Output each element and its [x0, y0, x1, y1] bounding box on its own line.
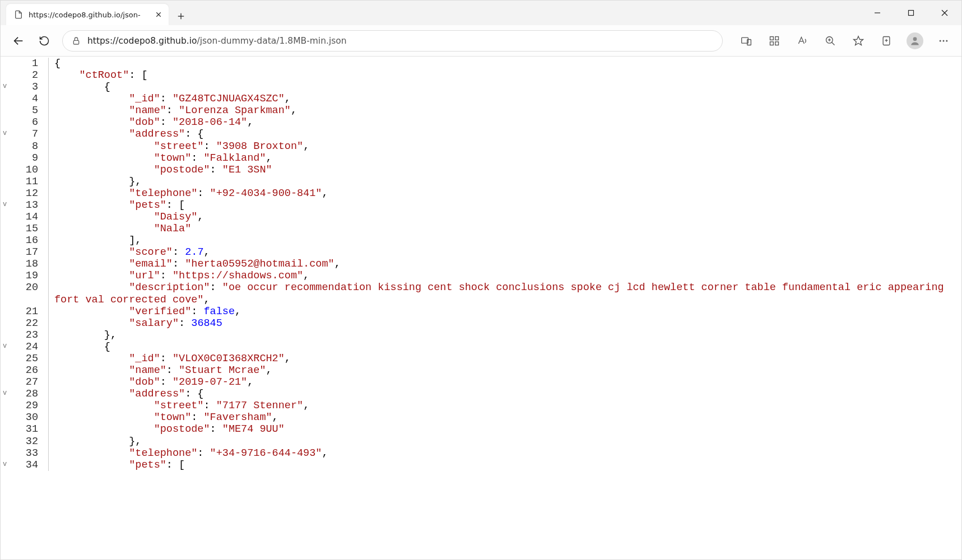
code-line: 23 }, [1, 329, 961, 341]
refresh-button[interactable] [36, 33, 52, 49]
url-host: https://codepo8.github.io [87, 36, 197, 46]
minimize-button[interactable] [861, 1, 894, 25]
line-number: 34 [1, 459, 49, 471]
line-number: 27 [1, 376, 49, 388]
code-line: 32 }, [1, 436, 961, 447]
line-content: "dob": "2018-06-14", [49, 116, 961, 128]
line-number: 28 [1, 388, 49, 400]
line-number: 23 [1, 329, 49, 341]
line-content: "town": "Faversham", [49, 412, 961, 423]
code-line: 4 "_id": "GZ48TCJNUAGX4SZC", [1, 93, 961, 105]
line-content: "score": 2.7, [49, 246, 961, 258]
code-line: 24 { [1, 341, 961, 353]
line-content: "telephone": "+92-4034-900-841", [49, 188, 961, 199]
svg-point-28 [946, 40, 947, 41]
line-number: 32 [1, 436, 49, 447]
line-content: "Daisy", [49, 211, 961, 223]
line-content: }, [49, 176, 961, 188]
apps-icon[interactable] [766, 33, 782, 49]
code-line: 8 "street": "3908 Broxton", [1, 141, 961, 152]
line-number: 10 [1, 164, 49, 176]
close-window-button[interactable] [928, 1, 961, 25]
code-line: 13 "pets": [ [1, 199, 961, 211]
close-tab-button[interactable] [154, 10, 163, 19]
svg-rect-11 [747, 39, 751, 45]
code-line: 26 "name": "Stuart Mcrae", [1, 365, 961, 376]
svg-rect-9 [73, 40, 78, 44]
back-button[interactable] [11, 33, 26, 49]
line-content: "postode": "E1 3SN" [49, 164, 961, 176]
favorites-icon[interactable] [851, 33, 866, 49]
url-path: /json-dummy-data/1.8MB-min.json [197, 36, 346, 46]
more-menu-button[interactable] [936, 33, 951, 49]
line-content: "name": "Stuart Mcrae", [49, 365, 961, 376]
code-scroll[interactable]: 1{2 "ctRoot": [3 {4 "_id": "GZ48TCJNUAGX… [1, 57, 961, 559]
line-number: 2 [1, 69, 49, 81]
code-line: 6 "dob": "2018-06-14", [1, 116, 961, 128]
toolbar-right-icons [738, 32, 951, 49]
line-number: 30 [1, 412, 49, 423]
line-content: "address": { [49, 128, 961, 140]
line-number: 24 [1, 341, 49, 353]
code-line: 1{ [1, 58, 961, 69]
line-number: 20 [1, 282, 49, 305]
new-tab-button[interactable] [172, 7, 190, 25]
code-line: 3 { [1, 81, 961, 93]
line-content: "dob": "2019-07-21", [49, 376, 961, 388]
code-line: 9 "town": "Falkland", [1, 152, 961, 164]
collections-icon[interactable] [879, 33, 894, 49]
code-line: 2 "ctRoot": [ [1, 69, 961, 81]
line-content: "telephone": "+34-9716-644-493", [49, 447, 961, 459]
code-line: 14 "Daisy", [1, 211, 961, 223]
line-content: }, [49, 436, 961, 447]
line-content: "verified": false, [49, 306, 961, 318]
toolbar: https://codepo8.github.io/json-dummy-dat… [1, 25, 961, 57]
code-line: 34 "pets": [ [1, 459, 961, 471]
line-content: "email": "herta05952@hotmail.com", [49, 258, 961, 270]
document-icon [14, 10, 23, 19]
line-number: 22 [1, 318, 49, 329]
line-content: "name": "Lorenza Sparkman", [49, 105, 961, 116]
svg-point-26 [940, 40, 941, 41]
json-viewer: vvvvvv 1{2 "ctRoot": [3 {4 "_id": "GZ48T… [1, 57, 961, 559]
responsive-icon[interactable] [738, 33, 754, 49]
code-line: 31 "postode": "ME74 9UU" [1, 423, 961, 435]
zoom-icon[interactable] [822, 33, 838, 49]
line-content: "town": "Falkland", [49, 152, 961, 164]
line-content: ], [49, 235, 961, 246]
line-number: 31 [1, 423, 49, 435]
svg-rect-13 [775, 36, 779, 40]
line-content: "url": "https://shadows.com", [49, 270, 961, 282]
lock-icon [72, 36, 81, 45]
profile-avatar[interactable] [907, 32, 923, 49]
code-line: 16 ], [1, 235, 961, 246]
line-content: "_id": "GZ48TCJNUAGX4SZC", [49, 93, 961, 105]
code-line: 21 "verified": false, [1, 306, 961, 318]
line-number: 7 [1, 128, 49, 140]
svg-rect-15 [775, 41, 779, 45]
code-line: 22 "salary": 36845 [1, 318, 961, 329]
address-bar[interactable]: https://codepo8.github.io/json-dummy-dat… [62, 30, 723, 52]
maximize-button[interactable] [894, 1, 928, 25]
line-number: 5 [1, 105, 49, 116]
line-number: 33 [1, 447, 49, 459]
line-content: { [49, 81, 961, 93]
code-line: 12 "telephone": "+92-4034-900-841", [1, 188, 961, 199]
line-number: 12 [1, 188, 49, 199]
line-number: 3 [1, 81, 49, 93]
code-line: 33 "telephone": "+34-9716-644-493", [1, 447, 961, 459]
browser-tab[interactable]: https://codepo8.github.io/json- [6, 4, 169, 25]
svg-point-27 [943, 40, 945, 41]
svg-marker-21 [854, 36, 863, 45]
read-aloud-icon[interactable] [794, 33, 810, 49]
code-line: 28 "address": { [1, 388, 961, 400]
line-content: "postode": "ME74 9UU" [49, 423, 961, 435]
line-number: 17 [1, 246, 49, 258]
line-number: 8 [1, 141, 49, 152]
line-content: "salary": 36845 [49, 318, 961, 329]
code-line: 15 "Nala" [1, 223, 961, 235]
line-number: 13 [1, 199, 49, 211]
code-line: 27 "dob": "2019-07-21", [1, 376, 961, 388]
line-content: "pets": [ [49, 199, 961, 211]
browser-window: https://codepo8.github.io/json- https://… [0, 0, 962, 560]
